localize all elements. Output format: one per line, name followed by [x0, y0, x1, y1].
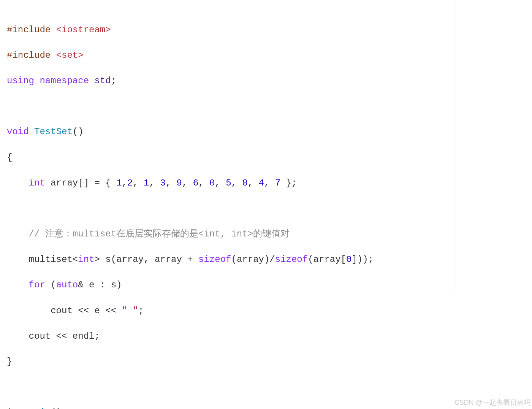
code-line: { [7, 151, 525, 164]
code-line: multiset<int> s(array, array + sizeof(ar… [7, 253, 525, 266]
editor-right-edge [456, 0, 456, 292]
code-line: cout << e << " "; [7, 304, 525, 317]
code-line: cout << endl; [7, 330, 525, 343]
code-line: for (auto& e : s) [7, 279, 525, 292]
code-line: #include <set> [7, 49, 525, 62]
code-line: int main() [7, 406, 525, 409]
code-line [7, 202, 525, 215]
code-line [7, 100, 525, 113]
code-line: #include <iostream> [7, 24, 525, 36]
code-editor: #include <iostream> #include <set> using… [0, 0, 532, 409]
code-line: void TestSet() [7, 125, 525, 138]
code-line: } [7, 355, 525, 368]
code-line: // 注意：multiset在底层实际存储的是<int, int>的键值对 [7, 228, 525, 241]
code-line [7, 381, 525, 394]
code-line: int array[] = { 1,2, 1, 3, 9, 6, 0, 5, 8… [7, 177, 525, 190]
watermark: CSDN @一起去看日落吗 [454, 398, 530, 407]
code-line: using namespace std; [7, 75, 525, 87]
